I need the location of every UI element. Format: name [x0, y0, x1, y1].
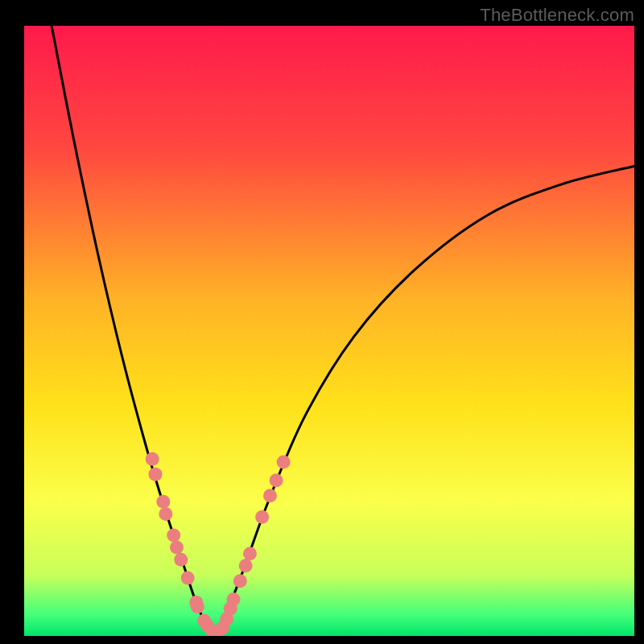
chart-svg — [0, 0, 644, 644]
watermark-text: TheBottleneck.com — [480, 5, 634, 26]
data-point — [233, 574, 247, 588]
data-point — [191, 600, 204, 613]
data-point — [167, 528, 180, 542]
chart-container: TheBottleneck.com — [0, 0, 644, 644]
data-point — [270, 473, 283, 487]
data-point — [170, 541, 184, 555]
data-point — [181, 571, 195, 584]
data-point — [263, 489, 277, 502]
data-point — [146, 452, 159, 466]
data-point — [243, 547, 257, 560]
data-point — [226, 592, 240, 606]
data-point — [156, 495, 170, 509]
data-point — [277, 455, 291, 469]
data-point — [174, 553, 188, 567]
data-point — [159, 507, 172, 521]
data-point — [255, 510, 269, 524]
data-point — [148, 468, 162, 481]
data-point — [239, 559, 253, 572]
